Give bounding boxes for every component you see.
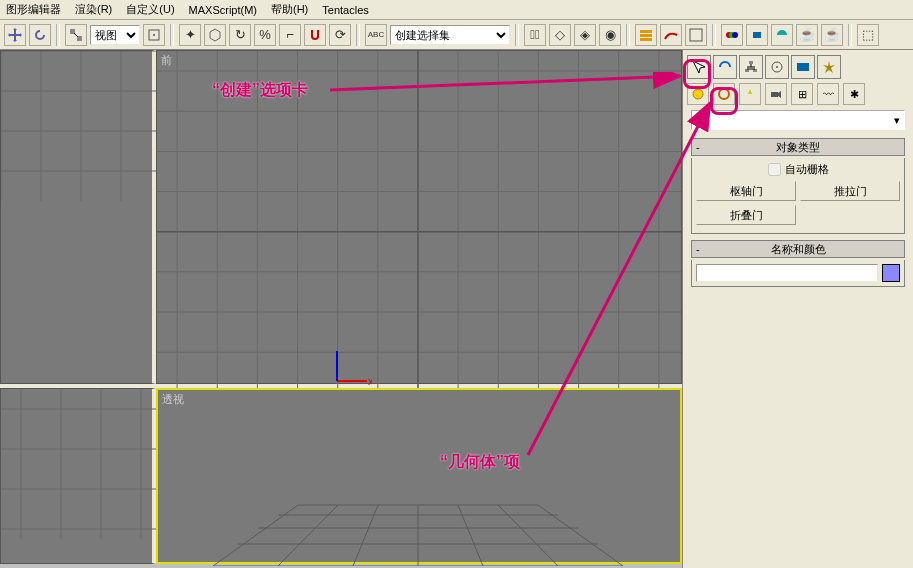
- render-icon[interactable]: ☕: [821, 24, 843, 46]
- svg-point-80: [693, 89, 703, 99]
- workspace: 前 x z: [0, 50, 913, 568]
- render-quick-icon[interactable]: [771, 24, 793, 46]
- cameras-subtab[interactable]: [765, 83, 787, 105]
- shapes-subtab[interactable]: [713, 83, 735, 105]
- svg-rect-8: [690, 29, 702, 41]
- category-dropdown[interactable]: 门 ▾: [691, 110, 905, 130]
- create-tab[interactable]: [687, 55, 711, 79]
- rollout-header-objtype[interactable]: -对象类型: [691, 138, 905, 156]
- category-label: 门: [696, 113, 707, 128]
- svg-rect-12: [753, 32, 761, 38]
- align2-icon[interactable]: ◈: [574, 24, 596, 46]
- svg-point-4: [153, 34, 155, 36]
- command-panel: ⊞ 〰 ✱ 门 ▾ -对象类型 自动栅格 枢轴门 推拉门 折叠门 -名称和颜色: [682, 50, 913, 568]
- view-dropdown[interactable]: 视图: [90, 25, 140, 45]
- systems-subtab[interactable]: ✱: [843, 83, 865, 105]
- schematic-icon[interactable]: [685, 24, 707, 46]
- menu-item-graph-editor[interactable]: 图形编辑器: [6, 2, 61, 17]
- viewport-top-left[interactable]: [0, 50, 156, 384]
- rollout-body-objtype: 自动栅格 枢轴门 推拉门 折叠门: [691, 158, 905, 234]
- autogrid-checkbox[interactable]: 自动栅格: [696, 162, 900, 177]
- object-color-swatch[interactable]: [882, 264, 900, 282]
- menu-item-tentacles[interactable]: Tentacles: [322, 4, 368, 16]
- align-icon[interactable]: ◇: [549, 24, 571, 46]
- annotation-text-create: “创建”选项卡: [212, 80, 308, 101]
- svg-point-81: [719, 89, 729, 99]
- menu-item-customize[interactable]: 自定义(U): [126, 2, 174, 17]
- svg-line-69: [498, 505, 558, 566]
- pivot-door-button[interactable]: 枢轴门: [696, 181, 796, 201]
- abc-icon[interactable]: ABC: [365, 24, 387, 46]
- main-toolbar: 视图 ✦ ↻ % ⌐ ⟳ ABC 创建选择集 ▶⃓ ◇ ◈ ◉ ☕ ☕ ⬚: [0, 20, 913, 50]
- cube-icon[interactable]: [204, 24, 226, 46]
- svg-line-70: [538, 505, 623, 566]
- helpers-subtab[interactable]: ⊞: [791, 83, 813, 105]
- modify-tab[interactable]: [713, 55, 737, 79]
- snap-toggle-icon[interactable]: ⌐: [279, 24, 301, 46]
- svg-rect-7: [640, 38, 652, 41]
- bifold-door-button[interactable]: 折叠门: [696, 205, 796, 225]
- align3-icon[interactable]: ◉: [599, 24, 621, 46]
- menu-item-maxscript[interactable]: MAXScript(M): [189, 4, 257, 16]
- svg-rect-5: [640, 30, 652, 33]
- spinner-icon[interactable]: ⟳: [329, 24, 351, 46]
- svg-line-68: [458, 505, 483, 566]
- layers-icon[interactable]: [635, 24, 657, 46]
- separator: [515, 24, 519, 46]
- snap-percent-icon[interactable]: %: [254, 24, 276, 46]
- magnet-icon[interactable]: [304, 24, 326, 46]
- separator: [712, 24, 716, 46]
- svg-rect-79: [797, 63, 809, 71]
- sliding-door-button[interactable]: 推拉门: [800, 181, 900, 201]
- spacewarps-subtab[interactable]: 〰: [817, 83, 839, 105]
- last-tool-icon[interactable]: ⬚: [857, 24, 879, 46]
- menu-item-help[interactable]: 帮助(H): [271, 2, 308, 17]
- separator: [848, 24, 852, 46]
- material-icon[interactable]: [721, 24, 743, 46]
- selection-set-dropdown[interactable]: 创建选择集: [390, 25, 510, 45]
- separator: [170, 24, 174, 46]
- rollout-header-namecolor[interactable]: -名称和颜色: [691, 240, 905, 258]
- svg-text:x: x: [368, 375, 372, 387]
- axis-gizmo: x z: [332, 351, 372, 391]
- separator: [56, 24, 60, 46]
- motion-tab[interactable]: [765, 55, 789, 79]
- viewports: 前 x z: [0, 50, 682, 568]
- object-name-input[interactable]: [696, 264, 878, 282]
- svg-rect-71: [749, 61, 753, 64]
- rotate-icon[interactable]: [29, 24, 51, 46]
- curve-editor-icon[interactable]: [660, 24, 682, 46]
- svg-line-2: [74, 33, 78, 37]
- svg-rect-6: [640, 34, 652, 37]
- dagger-icon[interactable]: ✦: [179, 24, 201, 46]
- display-tab[interactable]: [791, 55, 815, 79]
- annotation-text-geometry: “几何体”项: [440, 452, 520, 473]
- link-icon[interactable]: [65, 24, 87, 46]
- svg-line-64: [213, 505, 298, 566]
- menu-item-render[interactable]: 渲染(R): [75, 2, 112, 17]
- svg-rect-82: [771, 92, 778, 97]
- create-subtabs: ⊞ 〰 ✱: [683, 80, 913, 108]
- snap-angle-icon[interactable]: ↻: [229, 24, 251, 46]
- viewport-bottom-left[interactable]: [0, 388, 156, 564]
- separator: [356, 24, 360, 46]
- render-setup-icon[interactable]: [746, 24, 768, 46]
- utilities-tab[interactable]: [817, 55, 841, 79]
- svg-point-11: [732, 32, 738, 38]
- svg-line-65: [278, 505, 338, 566]
- mirror-icon[interactable]: ▶⃓: [524, 24, 546, 46]
- rollout-body-namecolor: [691, 260, 905, 287]
- coord-center-icon[interactable]: [143, 24, 165, 46]
- menu-bar: 图形编辑器 渲染(R) 自定义(U) MAXScript(M) 帮助(H) Te…: [0, 0, 913, 20]
- separator: [626, 24, 630, 46]
- geometry-subtab[interactable]: [687, 83, 709, 105]
- move-icon[interactable]: [4, 24, 26, 46]
- viewport-perspective[interactable]: 透视: [156, 388, 682, 564]
- lights-subtab[interactable]: [739, 83, 761, 105]
- command-panel-tabs: [683, 50, 913, 80]
- svg-line-66: [353, 505, 378, 566]
- teapot-icon[interactable]: ☕: [796, 24, 818, 46]
- hierarchy-tab[interactable]: [739, 55, 763, 79]
- svg-point-78: [776, 66, 778, 68]
